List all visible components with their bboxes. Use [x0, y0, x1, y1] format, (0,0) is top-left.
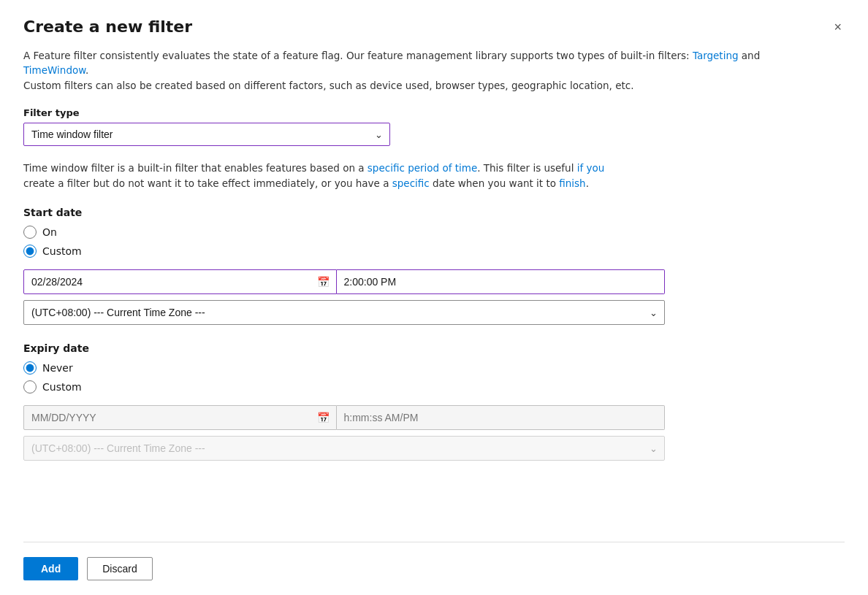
start-date-custom-label: Custom	[42, 245, 82, 257]
start-date-title: Start date	[23, 207, 845, 218]
description-line1: A Feature filter consistently evaluates …	[23, 50, 760, 76]
start-time-input[interactable]	[337, 269, 666, 294]
expiry-custom-option[interactable]: Custom	[23, 380, 845, 394]
start-date-section: Start date On Custom 📅 (UTC+08:00) --- C…	[23, 207, 845, 342]
start-date-input-wrapper: 📅	[23, 269, 337, 294]
start-date-custom-option[interactable]: Custom	[23, 245, 845, 258]
expiry-date-radio-group: Never Custom	[23, 361, 845, 394]
filter-type-select[interactable]: Time window filter Targeting filter Cust…	[23, 123, 390, 146]
filter-info-text: Time window filter is a built-in filter …	[23, 161, 827, 192]
start-date-on-label: On	[42, 226, 57, 238]
expiry-date-title: Expiry date	[23, 342, 845, 354]
filter-type-wrapper: Time window filter Targeting filter Cust…	[23, 123, 390, 146]
expiry-date-input[interactable]	[23, 405, 337, 430]
dialog-title: Create a new filter	[23, 18, 192, 36]
close-button[interactable]: ×	[831, 18, 845, 37]
add-button[interactable]: Add	[23, 557, 78, 580]
expiry-time-input[interactable]	[337, 405, 666, 430]
start-date-radio-group: On Custom	[23, 226, 845, 258]
start-date-time-row: 📅	[23, 269, 665, 294]
filter-type-label: Filter type	[23, 107, 845, 118]
start-timezone-select[interactable]: (UTC+08:00) --- Current Time Zone --- (U…	[23, 300, 665, 325]
expiry-timezone-wrapper: (UTC+08:00) --- Current Time Zone --- (U…	[23, 436, 665, 461]
expiry-never-label: Never	[42, 362, 73, 374]
dialog-header: Create a new filter ×	[23, 18, 845, 37]
start-date-input[interactable]	[23, 269, 337, 294]
filter-type-section: Filter type Time window filter Targeting…	[23, 107, 845, 146]
description-line2: Custom filters can also be created based…	[23, 80, 634, 91]
start-date-on-radio[interactable]	[23, 226, 37, 239]
start-date-on-option[interactable]: On	[23, 226, 845, 239]
start-date-custom-radio[interactable]	[23, 245, 37, 258]
expiry-never-option[interactable]: Never	[23, 361, 845, 375]
expiry-date-section: Expiry date Never Custom 📅 (UTC+08:00) -…	[23, 342, 845, 478]
expiry-date-time-row: 📅	[23, 405, 665, 430]
expiry-custom-label: Custom	[42, 381, 82, 393]
expiry-timezone-select[interactable]: (UTC+08:00) --- Current Time Zone --- (U…	[23, 436, 665, 461]
expiry-custom-radio[interactable]	[23, 380, 37, 394]
start-timezone-wrapper: (UTC+08:00) --- Current Time Zone --- (U…	[23, 300, 665, 325]
expiry-never-radio[interactable]	[23, 361, 37, 375]
discard-button[interactable]: Discard	[87, 557, 152, 580]
description-text: A Feature filter consistently evaluates …	[23, 48, 827, 93]
dialog-footer: Add Discard	[23, 542, 845, 595]
expiry-date-input-wrapper: 📅	[23, 405, 337, 430]
